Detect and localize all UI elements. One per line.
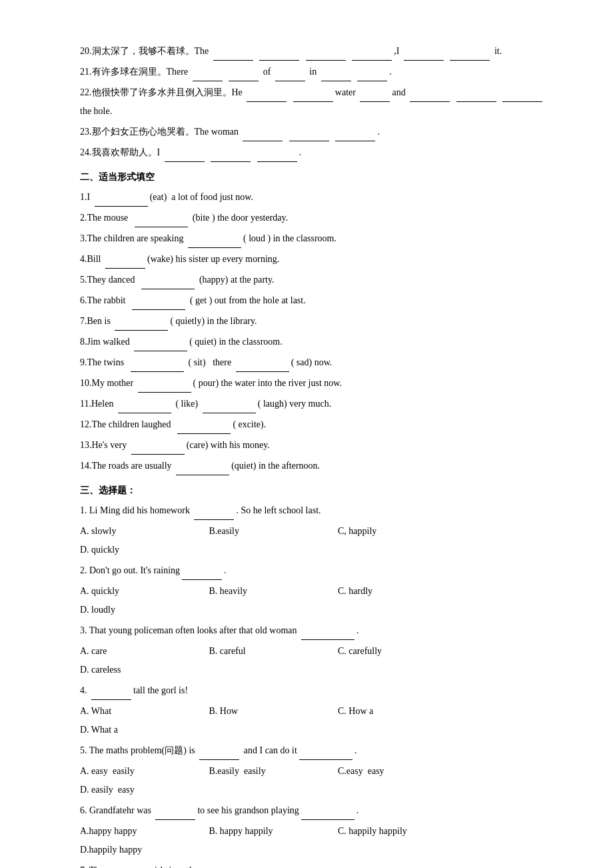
p2-blank-11a xyxy=(118,403,171,413)
blank-20-3 xyxy=(306,50,346,61)
p2-q13: 13.He's very (care) with his money. xyxy=(80,436,546,455)
p2-blank-9a xyxy=(131,361,184,372)
p2-blank-14 xyxy=(176,465,229,475)
p2-blank-4 xyxy=(105,258,145,269)
p3-q4: 4. tall the gorl is! xyxy=(80,681,546,700)
p3-q4-a: A. What xyxy=(80,702,167,721)
blank-22-5 xyxy=(456,91,496,102)
p3-q5-options: A. easy easily B.easily easily C.easy ea… xyxy=(80,762,546,799)
p2-q14: 14.The roads are usually (quiet) in the … xyxy=(80,457,546,475)
p3-q6-options: A.happy happy B. happy happily C. happil… xyxy=(80,822,546,859)
blank-22-6 xyxy=(502,91,542,102)
exercise-content: 20.洞太深了，我够不着球。The ,I it. 21.有许多球在洞里。Ther… xyxy=(80,42,546,868)
p3-q3-d: D. careless xyxy=(80,661,167,679)
p3-q5: 5. The maths problem(问题) is and I can do… xyxy=(80,741,546,760)
p3-q5-c: C.easy easy xyxy=(338,762,424,781)
p2-q2: 2.The mouse (bite ) the door yesterday. xyxy=(80,209,546,227)
p3-q1-d: D. quickly xyxy=(80,541,167,559)
p2-blank-10 xyxy=(138,382,191,393)
p3-q5-b: B.easily easily xyxy=(209,762,296,781)
p3-blank-2 xyxy=(182,569,222,580)
p3-q1-options: A. slowly B.easily C, happily D. quickly xyxy=(80,522,546,559)
part-three: 三、选择题： 1. Li Ming did his homework . So … xyxy=(80,482,546,868)
p3-q1: 1. Li Ming did his homework . So he left… xyxy=(80,501,546,520)
p3-q5-a: A. easy easily xyxy=(80,762,167,781)
p3-q3: 3. That young policeman often looks afte… xyxy=(80,621,546,640)
p2-blank-12 xyxy=(177,423,231,434)
blank-20-1 xyxy=(213,50,253,61)
p3-q6: 6. Grandfatehr was to see his grandson p… xyxy=(80,801,546,820)
p2-blank-9b xyxy=(236,361,289,372)
p3-q4-options: A. What B. How C. How a D. What a xyxy=(80,702,546,739)
p2-q12: 12.The children laughed ( excite). xyxy=(80,415,546,434)
blank-22-4 xyxy=(410,91,450,102)
p3-q3-options: A. care B. careful C. carefully D. carel… xyxy=(80,642,546,679)
blank-23-1 xyxy=(243,131,283,141)
p3-q4-d: D. What a xyxy=(80,721,167,739)
p3-q2-options: A. quickly B. heavily C. hardly D. loudl… xyxy=(80,582,546,619)
p2-blank-7 xyxy=(115,320,168,331)
blank-24-1 xyxy=(165,151,205,162)
p3-q3-a: A. care xyxy=(80,642,167,661)
sentence-24: 24.我喜欢帮助人。I . xyxy=(80,143,546,162)
p2-q9: 9.The twins ( sit) there ( sad) now. xyxy=(80,353,546,372)
p3-q2-d: D. loudly xyxy=(80,601,167,619)
p3-q6-c: C. happily happily xyxy=(338,822,424,841)
p3-q2-b: B. heavily xyxy=(209,582,296,601)
p3-q6-b: B. happy happily xyxy=(209,822,296,841)
p3-q2-a: A. quickly xyxy=(80,582,167,601)
p3-q4-c: C. How a xyxy=(338,702,424,721)
blank-20-6 xyxy=(450,50,490,61)
blank-22-3 xyxy=(360,91,390,102)
p3-blank-5a xyxy=(199,749,239,760)
p3-q1-a: A. slowly xyxy=(80,522,167,541)
blank-24-2 xyxy=(211,151,251,162)
p2-q3: 3.The children are speaking ( loud ) in … xyxy=(80,229,546,248)
sentence-20: 20.洞太深了，我够不着球。The ,I it. xyxy=(80,42,546,61)
blank-20-2 xyxy=(259,50,299,61)
part-one: 20.洞太深了，我够不着球。The ,I it. 21.有许多球在洞里。Ther… xyxy=(80,42,546,162)
p3-q2: 2. Don't go out. It's raining. xyxy=(80,561,546,580)
blank-20-4 xyxy=(352,50,392,61)
p2-q1: 1.I (eat) a lot of food just now. xyxy=(80,188,546,207)
p3-blank-5b xyxy=(299,749,352,760)
part-two-title: 二、适当形式填空 xyxy=(80,169,546,185)
blank-20-5 xyxy=(404,50,444,61)
p3-q3-c: C. carefully xyxy=(338,642,424,661)
p3-q6-a: A.happy happy xyxy=(80,822,167,841)
blank-24-3 xyxy=(257,151,297,162)
p2-blank-3 xyxy=(188,237,241,248)
p3-q5-d: D. easily easy xyxy=(80,781,167,799)
p3-q6-d: D.happily happy xyxy=(80,841,147,859)
p2-blank-6 xyxy=(132,299,185,310)
p3-q7: 7. The girl sings the song very. xyxy=(80,861,546,868)
blank-21-3 xyxy=(275,71,305,81)
p2-q6: 6.The rabbit ( get ) out from the hole a… xyxy=(80,291,546,310)
blank-23-2 xyxy=(289,131,329,141)
p2-q5: 5.They danced (happy) at the party. xyxy=(80,271,546,289)
sentence-22: 22.他很快带了许多水并且倒入洞里。He water and the hole. xyxy=(80,83,546,121)
blank-21-1 xyxy=(193,71,223,81)
p2-q7: 7.Ben is ( quietly) in the library. xyxy=(80,312,546,331)
blank-22-2 xyxy=(293,91,333,102)
blank-21-4 xyxy=(321,71,351,81)
p3-q1-c: C, happily xyxy=(338,522,424,541)
p2-q4: 4.Bill (wake) his sister up every mornin… xyxy=(80,250,546,269)
p3-blank-1 xyxy=(194,509,234,520)
p3-blank-6a xyxy=(155,809,195,820)
p3-q2-c: C. hardly xyxy=(338,582,424,601)
p2-q10: 10.My mother ( pour) the water into the … xyxy=(80,374,546,393)
p3-q3-b: B. careful xyxy=(209,642,296,661)
p2-blank-8 xyxy=(134,341,187,351)
p3-blank-3 xyxy=(301,629,354,640)
p2-blank-1 xyxy=(95,196,148,207)
p3-q1-b: B.easily xyxy=(209,522,296,541)
p2-blank-5 xyxy=(141,279,195,289)
part-two: 二、适当形式填空 1.I (eat) a lot of food just no… xyxy=(80,169,546,475)
blank-21-5 xyxy=(357,71,387,81)
p2-blank-13 xyxy=(131,444,185,455)
p2-blank-2 xyxy=(135,217,188,227)
sentence-23: 23.那个妇女正伤心地哭着。The woman . xyxy=(80,123,546,141)
blank-21-2 xyxy=(229,71,259,81)
blank-23-3 xyxy=(335,131,375,141)
